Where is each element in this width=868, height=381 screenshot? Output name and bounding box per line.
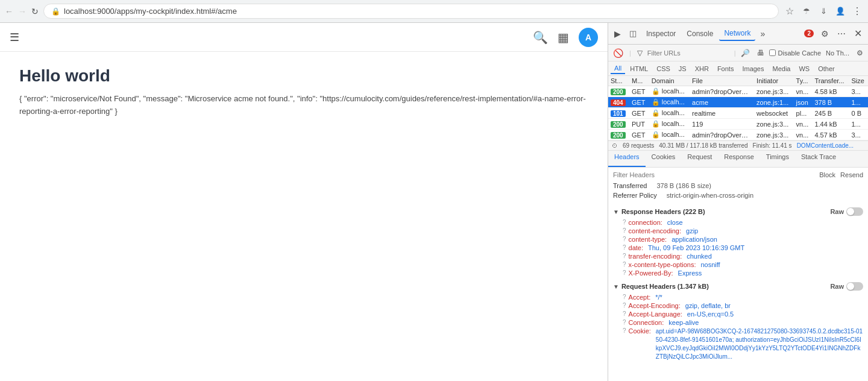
- tab-network[interactable]: Network: [719, 27, 755, 41]
- response-headers-section: ▼ Response Headers (222 B) Raw ?connecti…: [608, 205, 868, 280]
- request-tab-response[interactable]: Response: [718, 151, 760, 167]
- request-tab-cookies[interactable]: Cookies: [646, 151, 682, 167]
- subtab-images[interactable]: Images: [738, 64, 767, 74]
- help-icon[interactable]: ?: [623, 269, 626, 276]
- error-badge: 2: [804, 30, 814, 37]
- domain-cell: 🔒 localh...: [649, 97, 690, 108]
- subtab-ws[interactable]: WS: [795, 64, 813, 74]
- header-value: nosniff: [700, 261, 720, 268]
- hamburger-icon[interactable]: ☰: [10, 31, 19, 44]
- devtools-ellipsis-icon[interactable]: ⋯: [834, 27, 849, 41]
- file-cell: 119: [690, 119, 754, 130]
- filter-icon[interactable]: ▽: [635, 48, 645, 58]
- browser-chrome: ← → ↻ 🔒 localhost:9000/apps/my-cockpit/i…: [0, 0, 868, 23]
- download-icon[interactable]: ⇓: [817, 5, 829, 17]
- request-tab-request[interactable]: Request: [681, 151, 718, 167]
- col-size: Size: [849, 76, 869, 86]
- help-icon[interactable]: ?: [623, 219, 626, 225]
- col-transfer: Transfer...: [812, 76, 849, 86]
- initiator-cell: zone.js:3...: [754, 86, 793, 97]
- address-bar[interactable]: 🔒 localhost:9000/apps/my-cockpit/index.h…: [43, 4, 779, 19]
- table-row[interactable]: 200 GET 🔒 localh... admin?dropOverwritte…: [608, 86, 868, 97]
- response-header-row: ?X-Powered-By: Express: [613, 269, 863, 277]
- timer-icon: ⏲: [612, 142, 618, 149]
- help-icon[interactable]: ?: [623, 261, 626, 268]
- table-row[interactable]: 404 GET 🔒 localh... acme zone.js:1... js…: [608, 97, 868, 108]
- disable-cache-label[interactable]: Disable Cache: [769, 49, 822, 57]
- request-tab-headers[interactable]: Headers: [608, 151, 646, 167]
- subtab-js[interactable]: JS: [675, 64, 690, 74]
- raw-toggle-btn-2[interactable]: Raw: [830, 282, 863, 291]
- initiator-cell: zone.js:3...: [754, 119, 793, 130]
- help-icon[interactable]: ?: [623, 244, 626, 251]
- help-icon[interactable]: ?: [623, 253, 626, 259]
- help-icon[interactable]: ?: [623, 310, 626, 317]
- request-tab-stack-trace[interactable]: Stack Trace: [795, 151, 842, 167]
- devtools-inspect-icon[interactable]: ▶: [611, 27, 624, 41]
- subtab-fonts[interactable]: Fonts: [714, 64, 738, 74]
- block-button[interactable]: Block: [819, 171, 835, 178]
- subtab-xhr[interactable]: XHR: [691, 64, 712, 74]
- search-icon[interactable]: 🔍: [533, 30, 548, 45]
- transferred-size: 40.31 MB / 117.18 kB transferred: [659, 142, 747, 149]
- table-row[interactable]: 200 PUT 🔒 localh... 119 zone.js:3... vn.…: [608, 119, 868, 130]
- request-header-row: ?Accept: */*: [613, 293, 863, 301]
- help-icon[interactable]: ?: [623, 236, 626, 242]
- subtab-all[interactable]: All: [611, 63, 625, 74]
- header-value: keep-alive: [668, 319, 699, 326]
- request-headers-list: ?Accept: */*?Accept-Encoding: gzip, defl…: [613, 293, 863, 362]
- raw-toggle-btn[interactable]: Raw: [830, 207, 863, 216]
- filter-headers-input[interactable]: [613, 171, 696, 178]
- bookmark-icon[interactable]: ☆: [784, 5, 796, 17]
- search-in-network-icon[interactable]: 🔎: [738, 48, 752, 58]
- devtools-settings-icon[interactable]: ⚙: [817, 27, 832, 41]
- subtab-html[interactable]: HTML: [626, 64, 652, 74]
- raw-toggle[interactable]: [846, 207, 863, 216]
- page-title: Hello world: [19, 66, 588, 86]
- devtools-close-icon[interactable]: ✕: [851, 25, 866, 42]
- app-content: Hello world { "error": "microservice/Not…: [0, 52, 608, 381]
- tab-console[interactable]: Console: [682, 27, 718, 40]
- throttle-select[interactable]: No Th...: [823, 48, 852, 58]
- request-headers-section: ▼ Request Headers (1.347 kB) Raw ?Accept…: [608, 280, 868, 364]
- resend-button[interactable]: Resend: [840, 171, 863, 178]
- disable-cache-checkbox[interactable]: [769, 49, 776, 56]
- forward-icon[interactable]: →: [18, 7, 27, 16]
- finish-time: Finish: 11.41 s: [753, 142, 792, 149]
- network-table-area: St... M... Domain File Initiator Ty... T…: [608, 76, 868, 140]
- subtab-css[interactable]: CSS: [653, 64, 674, 74]
- subtab-media[interactable]: Media: [769, 64, 794, 74]
- refresh-icon[interactable]: ↻: [31, 7, 39, 16]
- throttle-settings-icon[interactable]: ⚙: [854, 48, 866, 58]
- size-cell: 1...: [849, 97, 869, 108]
- table-row[interactable]: 200 GET 🔒 localh... admin?dropOverwritte…: [608, 130, 868, 140]
- back-icon[interactable]: ←: [5, 7, 13, 16]
- help-icon[interactable]: ?: [623, 227, 626, 234]
- raw-toggle-2[interactable]: [846, 282, 863, 291]
- profile-icon[interactable]: 👤: [834, 5, 846, 17]
- avatar[interactable]: A: [579, 28, 598, 47]
- devtools-more-icon[interactable]: »: [756, 27, 769, 41]
- size-cell: 3...: [849, 86, 869, 97]
- response-headers-title[interactable]: ▼ Response Headers (222 B) Raw: [613, 207, 863, 216]
- import-icon[interactable]: 🖶: [755, 48, 767, 58]
- help-icon[interactable]: ?: [623, 327, 626, 334]
- header-value: Express: [678, 269, 702, 277]
- extensions-icon[interactable]: ☂: [800, 5, 813, 17]
- filter-urls-input[interactable]: [647, 49, 732, 57]
- header-name: Accept:: [629, 294, 651, 301]
- help-icon[interactable]: ?: [623, 294, 626, 300]
- table-row[interactable]: 101 GET 🔒 localh... realtime websocket p…: [608, 108, 868, 119]
- subtab-other[interactable]: Other: [814, 64, 838, 74]
- clear-network-icon[interactable]: 🚫: [611, 47, 626, 59]
- request-headers-title[interactable]: ▼ Request Headers (1.347 kB) Raw: [613, 282, 863, 291]
- request-tab-timings[interactable]: Timings: [760, 151, 795, 167]
- tab-inspector[interactable]: Inspector: [641, 27, 681, 40]
- devtools-more: 2 ⚙ ⋯ ✕: [804, 25, 866, 42]
- dom-content-loaded: DOMContentLoade...: [797, 142, 854, 149]
- devtools-device-icon[interactable]: ◫: [626, 27, 640, 40]
- grid-icon[interactable]: ▦: [558, 30, 569, 45]
- help-icon[interactable]: ?: [623, 319, 626, 326]
- help-icon[interactable]: ?: [623, 302, 626, 309]
- menu-icon[interactable]: ⋮: [851, 5, 863, 17]
